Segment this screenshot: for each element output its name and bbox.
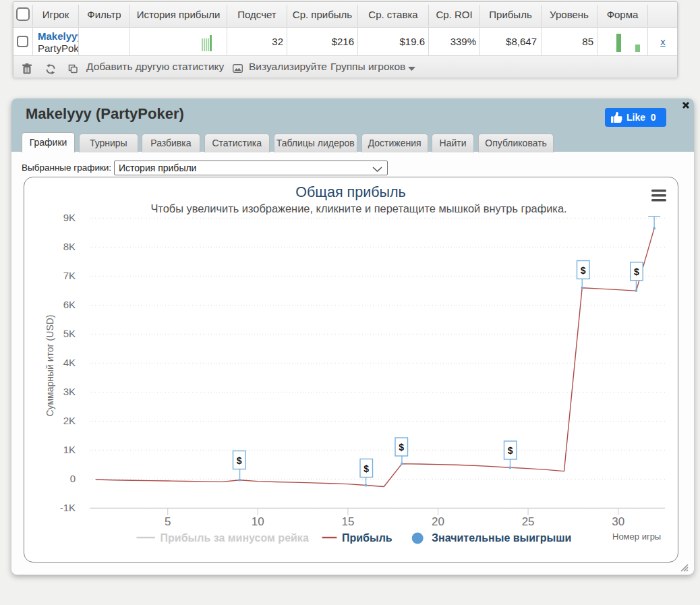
svg-text:Прибыль: Прибыль bbox=[342, 532, 392, 544]
svg-text:$: $ bbox=[237, 455, 242, 466]
svg-text:8K: 8K bbox=[63, 241, 76, 252]
svg-text:0: 0 bbox=[70, 473, 76, 484]
svg-text:$: $ bbox=[634, 266, 639, 277]
svg-text:Номер игры: Номер игры bbox=[612, 531, 661, 542]
svg-text:5: 5 bbox=[165, 515, 171, 528]
svg-text:3K: 3K bbox=[63, 386, 76, 397]
svg-text:$: $ bbox=[581, 265, 586, 276]
svg-text:5K: 5K bbox=[63, 328, 76, 339]
svg-text:20: 20 bbox=[432, 515, 444, 528]
svg-text:4K: 4K bbox=[63, 357, 76, 368]
svg-text:Суммарный итог (USD): Суммарный итог (USD) bbox=[45, 314, 55, 416]
svg-text:Общая прибыль: Общая прибыль bbox=[295, 184, 405, 200]
svg-text:6K: 6K bbox=[63, 299, 76, 310]
svg-text:9K: 9K bbox=[63, 212, 76, 223]
svg-text:$: $ bbox=[363, 463, 369, 474]
svg-text:Значительные выигрыши: Значительные выигрыши bbox=[432, 532, 571, 544]
svg-text:1K: 1K bbox=[63, 444, 76, 455]
svg-text:15: 15 bbox=[341, 515, 354, 528]
svg-text:10: 10 bbox=[252, 515, 264, 528]
svg-text:25: 25 bbox=[522, 515, 535, 528]
svg-text:$: $ bbox=[508, 445, 513, 456]
svg-text:7K: 7K bbox=[63, 270, 76, 281]
svg-text:-1K: -1K bbox=[60, 502, 76, 513]
svg-text:Чтобы увеличить изображение, к: Чтобы увеличить изображение, кликните и … bbox=[150, 202, 566, 214]
svg-text:2K: 2K bbox=[63, 415, 76, 426]
svg-text:$: $ bbox=[399, 442, 404, 453]
svg-text:30: 30 bbox=[612, 515, 624, 528]
svg-text:Прибыль за минусом рейка: Прибыль за минусом рейка bbox=[161, 532, 309, 544]
